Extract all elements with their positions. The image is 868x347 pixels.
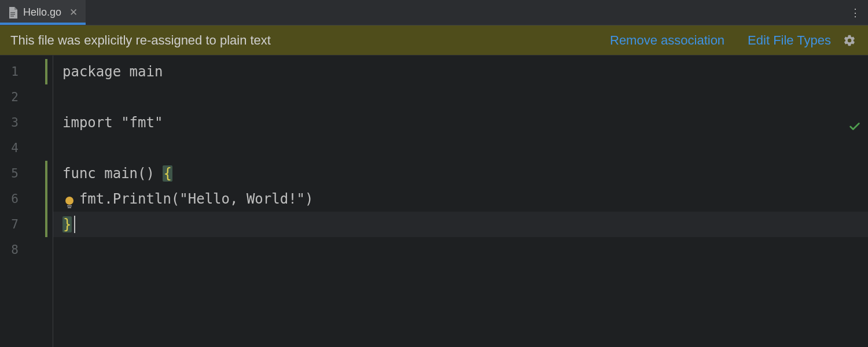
code-editor[interactable]: 12345678 package mainimport "fmt"func ma…: [0, 56, 868, 347]
code-line[interactable]: package main: [53, 59, 868, 84]
line-number: 8: [0, 237, 32, 263]
remove-association-link[interactable]: Remove association: [610, 33, 724, 48]
code-line[interactable]: [53, 84, 868, 110]
code-line[interactable]: }: [53, 212, 868, 237]
tab-bar: Hello.go ✕ ⋮: [0, 0, 868, 25]
banner-settings-icon[interactable]: [841, 32, 858, 49]
code-line[interactable]: fmt.Println("Hello, World!"): [53, 186, 868, 212]
svg-rect-5: [68, 207, 71, 208]
inspection-ok-icon[interactable]: [848, 120, 861, 133]
modified-marker: [45, 161, 47, 237]
line-number: 4: [0, 135, 32, 161]
svg-point-3: [65, 197, 73, 205]
line-number: 7: [0, 212, 32, 237]
active-tab-underline: [0, 23, 86, 25]
code-line[interactable]: import "fmt": [53, 110, 868, 135]
line-number-gutter: 12345678: [0, 56, 32, 347]
tab-label: Hello.go: [23, 6, 61, 19]
line-number: 6: [0, 186, 32, 212]
editor-window: Hello.go ✕ ⋮ This file was explicitly re…: [0, 0, 868, 347]
line-number: 5: [0, 161, 32, 186]
svg-rect-2: [10, 16, 14, 17]
line-number: 1: [0, 59, 32, 84]
matched-brace: {: [163, 165, 172, 182]
line-number: 2: [0, 84, 32, 110]
code-line[interactable]: [53, 135, 868, 161]
close-tab-icon[interactable]: ✕: [69, 6, 78, 19]
code-line[interactable]: [53, 237, 868, 263]
matched-brace: }: [62, 216, 72, 232]
file-association-banner: This file was explicitly re-assigned to …: [0, 25, 868, 56]
banner-message: This file was explicitly re-assigned to …: [10, 33, 587, 48]
text-cursor: [74, 216, 75, 233]
code-area[interactable]: package mainimport "fmt"func main() { fm…: [53, 56, 868, 347]
modified-marker: [45, 59, 47, 84]
file-icon: [8, 7, 19, 19]
edit-file-types-link[interactable]: Edit File Types: [748, 33, 831, 48]
line-number: 3: [0, 110, 32, 135]
svg-rect-0: [10, 12, 15, 13]
change-stripe: [32, 56, 53, 347]
svg-rect-4: [67, 205, 72, 206]
file-tab[interactable]: Hello.go ✕: [0, 0, 86, 25]
svg-rect-1: [10, 14, 15, 15]
tab-options-menu[interactable]: ⋮: [843, 0, 868, 25]
code-line[interactable]: func main() {: [53, 161, 868, 186]
